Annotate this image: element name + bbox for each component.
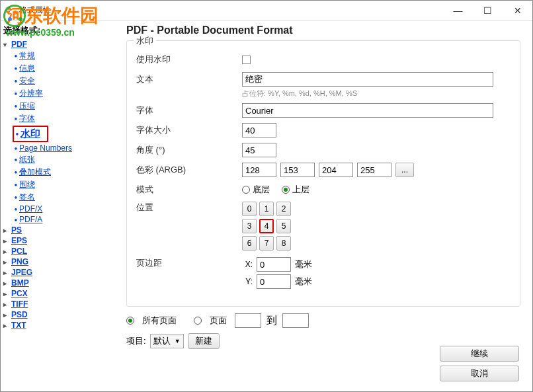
pos-0[interactable]: 0 <box>242 202 257 216</box>
page-range-radio[interactable] <box>194 317 202 325</box>
page-from-input[interactable] <box>235 313 261 328</box>
chevron-down-icon: ▼ <box>175 338 181 344</box>
font-input[interactable] <box>242 103 493 118</box>
maximize-button[interactable]: ☐ <box>473 1 503 20</box>
pos-5[interactable]: 5 <box>276 219 291 233</box>
tree-pdf-compression[interactable]: ●压缩 <box>13 100 118 112</box>
color-r-input[interactable] <box>280 163 315 177</box>
tree-pcx[interactable]: ▸PCX <box>3 288 118 299</box>
margin-y-input[interactable] <box>257 274 291 289</box>
all-pages-label: 所有页面 <box>142 315 177 327</box>
tree-pdf-watermark[interactable]: ●水印 <box>14 127 40 141</box>
tree-pdf-sign[interactable]: ●签名 <box>13 191 118 204</box>
tree-pdf-resolution[interactable]: ●分辨率 <box>13 87 118 100</box>
tree-pdf[interactable]: ▾PDF <box>3 39 118 50</box>
tree-pdf-info[interactable]: ●信息 <box>13 62 118 75</box>
pos-7[interactable]: 7 <box>259 236 274 251</box>
mode-top-label: 上层 <box>292 184 309 196</box>
mode-bottom-label: 底层 <box>253 184 270 196</box>
mode-label: 模式 <box>136 184 242 196</box>
tree-pdf-general[interactable]: ●常规 <box>13 50 118 62</box>
new-profile-button[interactable]: 新建 <box>188 333 220 349</box>
use-watermark-label: 使用水印 <box>136 54 242 65</box>
pos-2[interactable]: 2 <box>276 202 291 216</box>
tree-pdf-pdfx[interactable]: ●PDF/X <box>13 204 118 214</box>
tree-pdf-watermark-highlighted: ●水印 <box>13 126 48 142</box>
tree-jpeg[interactable]: ▸JPEG <box>3 267 118 278</box>
close-button[interactable]: ✕ <box>503 1 532 20</box>
angle-label: 角度 (°) <box>136 144 242 156</box>
pos-6[interactable]: 6 <box>242 236 257 251</box>
margin-x-unit: 毫米 <box>295 258 312 270</box>
tree-ps[interactable]: ▸PS <box>3 225 118 235</box>
fieldset-legend: 水印 <box>134 35 156 47</box>
color-g-input[interactable] <box>319 163 353 177</box>
format-tree: 选择格式: ▾PDF ●常规 ●信息 ●安全 ●分辨率 ●压缩 ●字体 ●水印 … <box>1 20 121 391</box>
angle-input[interactable] <box>242 143 276 157</box>
fontsize-input[interactable] <box>242 123 276 137</box>
fontsize-label: 字体大小 <box>136 124 242 136</box>
watermark-fieldset: 水印 使用水印 文本 占位符: %Y, %m, %d, %H, %M, %S 字… <box>126 40 520 307</box>
app-icon: ⚙ <box>5 5 15 16</box>
tree-bmp[interactable]: ▸BMP <box>3 278 118 288</box>
margin-x-input[interactable] <box>257 257 291 272</box>
profile-select-value: 默认 <box>153 335 171 347</box>
margin-y-label: Y: <box>242 277 253 286</box>
tree-pdf-paper[interactable]: ●纸张 <box>13 153 118 166</box>
position-label: 位置 <box>136 202 242 214</box>
placeholder-hint: 占位符: %Y, %m, %d, %H, %M, %S <box>242 89 511 98</box>
tree-pdf-font[interactable]: ●字体 <box>13 112 118 125</box>
page-to-input[interactable] <box>282 313 309 328</box>
content-title: PDF - Portable Document Format <box>126 24 520 36</box>
minimize-button[interactable]: — <box>443 1 473 20</box>
pos-8[interactable]: 8 <box>276 236 291 251</box>
tree-txt[interactable]: ▸TXT <box>3 320 118 331</box>
text-input[interactable] <box>242 72 493 87</box>
color-label: 色彩 (ARGB) <box>136 164 242 176</box>
color-picker-button[interactable]: ... <box>395 163 414 177</box>
tree-pdf-overlay[interactable]: ●叠加模式 <box>13 166 118 178</box>
profile-select[interactable]: 默认 ▼ <box>150 334 184 348</box>
cancel-button[interactable]: 取消 <box>440 366 519 381</box>
pos-3[interactable]: 3 <box>242 219 257 233</box>
tree-eps[interactable]: ▸EPS <box>3 235 118 246</box>
mode-bottom-radio[interactable] <box>242 186 250 194</box>
margin-label: 页边距 <box>136 257 242 269</box>
position-grid: 0 1 2 3 4 5 6 7 8 <box>242 202 291 253</box>
all-pages-radio[interactable] <box>126 317 134 325</box>
select-format-label: 选择格式: <box>3 24 118 36</box>
tree-png[interactable]: ▸PNG <box>3 256 118 267</box>
tree-pdf-pagenumbers[interactable]: ●Page Numbers <box>13 143 118 153</box>
text-label: 文本 <box>136 73 242 85</box>
page-range-label: 页面 <box>210 315 227 327</box>
font-label: 字体 <box>136 104 242 116</box>
tree-tiff[interactable]: ▸TIFF <box>3 299 118 309</box>
tree-pdf-pdfa[interactable]: ●PDF/A <box>13 214 118 225</box>
content-panel: PDF - Portable Document Format 水印 使用水印 文… <box>121 20 532 391</box>
tree-pdf-wrap[interactable]: ●围绕 <box>13 178 118 191</box>
use-watermark-checkbox[interactable] <box>242 56 251 64</box>
color-b-input[interactable] <box>357 163 391 177</box>
item-label: 项目: <box>126 335 146 347</box>
tree-psd[interactable]: ▸PSD <box>3 309 118 320</box>
pos-4[interactable]: 4 <box>259 219 274 233</box>
pos-1[interactable]: 1 <box>259 202 274 216</box>
tree-pcl[interactable]: ▸PCL <box>3 246 118 256</box>
mode-top-radio[interactable] <box>282 186 290 194</box>
page-to-label: 到 <box>266 314 277 328</box>
continue-button[interactable]: 继续 <box>440 346 519 362</box>
margin-y-unit: 毫米 <box>295 276 312 288</box>
color-a-input[interactable] <box>242 163 276 177</box>
titlebar: ⚙ 格式属性 — ☐ ✕ <box>1 1 532 20</box>
tree-pdf-security[interactable]: ●安全 <box>13 75 118 87</box>
margin-x-label: X: <box>242 260 253 269</box>
window-title: 格式属性 <box>19 5 443 16</box>
